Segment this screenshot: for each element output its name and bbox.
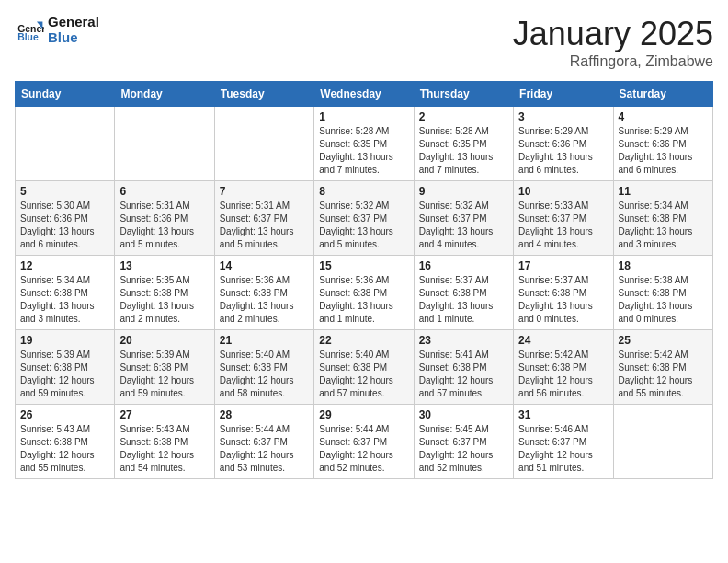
- day-info: Sunrise: 5:28 AM Sunset: 6:35 PM Dayligh…: [319, 125, 408, 177]
- page-header: General Blue General Blue January 2025 R…: [15, 15, 713, 70]
- calendar-week-5: 26Sunrise: 5:43 AM Sunset: 6:38 PM Dayli…: [16, 405, 713, 479]
- logo: General Blue General Blue: [15, 15, 99, 45]
- calendar-cell: 3Sunrise: 5:29 AM Sunset: 6:36 PM Daylig…: [514, 107, 613, 181]
- day-number: 16: [419, 259, 508, 272]
- day-number: 12: [20, 259, 109, 272]
- calendar-cell: 20Sunrise: 5:39 AM Sunset: 6:38 PM Dayli…: [115, 330, 214, 405]
- day-info: Sunrise: 5:43 AM Sunset: 6:38 PM Dayligh…: [119, 423, 209, 475]
- dow-header-monday: Monday: [115, 82, 214, 107]
- calendar-cell: [214, 107, 313, 181]
- day-number: 26: [20, 408, 109, 421]
- day-number: 23: [419, 334, 508, 347]
- day-info: Sunrise: 5:41 AM Sunset: 6:38 PM Dayligh…: [419, 349, 508, 400]
- day-number: 20: [119, 334, 209, 347]
- calendar-cell: 1Sunrise: 5:28 AM Sunset: 6:35 PM Daylig…: [314, 107, 414, 181]
- day-number: 4: [619, 110, 708, 123]
- day-info: Sunrise: 5:42 AM Sunset: 6:38 PM Dayligh…: [518, 349, 608, 400]
- day-number: 7: [220, 185, 309, 198]
- day-number: 2: [419, 110, 508, 123]
- calendar-week-3: 12Sunrise: 5:34 AM Sunset: 6:38 PM Dayli…: [16, 256, 713, 330]
- day-number: 27: [119, 408, 209, 421]
- day-info: Sunrise: 5:29 AM Sunset: 6:36 PM Dayligh…: [619, 125, 708, 177]
- calendar-cell: [115, 107, 214, 181]
- day-number: 9: [419, 185, 508, 198]
- calendar-cell: 24Sunrise: 5:42 AM Sunset: 6:38 PM Dayli…: [514, 330, 613, 405]
- calendar-cell: 25Sunrise: 5:42 AM Sunset: 6:38 PM Dayli…: [613, 330, 712, 405]
- calendar-cell: 4Sunrise: 5:29 AM Sunset: 6:36 PM Daylig…: [613, 107, 712, 181]
- day-info: Sunrise: 5:36 AM Sunset: 6:38 PM Dayligh…: [220, 274, 309, 326]
- calendar-week-4: 19Sunrise: 5:39 AM Sunset: 6:38 PM Dayli…: [16, 330, 713, 405]
- day-info: Sunrise: 5:32 AM Sunset: 6:37 PM Dayligh…: [319, 200, 408, 251]
- day-number: 31: [518, 408, 608, 421]
- calendar-cell: 18Sunrise: 5:38 AM Sunset: 6:38 PM Dayli…: [613, 256, 712, 330]
- day-number: 22: [319, 334, 408, 347]
- calendar-cell: 13Sunrise: 5:35 AM Sunset: 6:38 PM Dayli…: [115, 256, 214, 330]
- day-number: 6: [119, 185, 209, 198]
- day-info: Sunrise: 5:32 AM Sunset: 6:37 PM Dayligh…: [419, 200, 508, 251]
- calendar-week-1: 1Sunrise: 5:28 AM Sunset: 6:35 PM Daylig…: [16, 107, 713, 181]
- day-info: Sunrise: 5:28 AM Sunset: 6:35 PM Dayligh…: [419, 125, 508, 177]
- dow-header-thursday: Thursday: [414, 82, 513, 107]
- day-info: Sunrise: 5:44 AM Sunset: 6:37 PM Dayligh…: [220, 423, 309, 475]
- day-number: 19: [20, 334, 109, 347]
- day-number: 10: [518, 185, 608, 198]
- day-number: 24: [518, 334, 608, 347]
- day-number: 13: [119, 259, 209, 272]
- calendar-cell: 14Sunrise: 5:36 AM Sunset: 6:38 PM Dayli…: [214, 256, 313, 330]
- calendar-cell: 28Sunrise: 5:44 AM Sunset: 6:37 PM Dayli…: [214, 405, 313, 479]
- day-info: Sunrise: 5:36 AM Sunset: 6:38 PM Dayligh…: [319, 274, 408, 326]
- calendar-cell: 21Sunrise: 5:40 AM Sunset: 6:38 PM Dayli…: [214, 330, 313, 405]
- calendar-cell: 5Sunrise: 5:30 AM Sunset: 6:36 PM Daylig…: [16, 181, 115, 256]
- day-info: Sunrise: 5:43 AM Sunset: 6:38 PM Dayligh…: [20, 423, 109, 475]
- dow-header-sunday: Sunday: [16, 82, 115, 107]
- day-info: Sunrise: 5:31 AM Sunset: 6:37 PM Dayligh…: [220, 200, 309, 251]
- day-info: Sunrise: 5:40 AM Sunset: 6:38 PM Dayligh…: [319, 349, 408, 400]
- calendar-cell: 16Sunrise: 5:37 AM Sunset: 6:38 PM Dayli…: [414, 256, 513, 330]
- calendar-cell: 11Sunrise: 5:34 AM Sunset: 6:38 PM Dayli…: [613, 181, 712, 256]
- month-title: January 2025: [513, 15, 713, 53]
- day-number: 14: [220, 259, 309, 272]
- day-info: Sunrise: 5:46 AM Sunset: 6:37 PM Dayligh…: [518, 423, 608, 475]
- calendar-cell: 9Sunrise: 5:32 AM Sunset: 6:37 PM Daylig…: [414, 181, 513, 256]
- calendar-cell: 31Sunrise: 5:46 AM Sunset: 6:37 PM Dayli…: [514, 405, 613, 479]
- location: Raffingora, Zimbabwe: [513, 53, 713, 70]
- day-number: 8: [319, 185, 408, 198]
- svg-text:Blue: Blue: [17, 32, 39, 42]
- calendar-cell: 29Sunrise: 5:44 AM Sunset: 6:37 PM Dayli…: [314, 405, 414, 479]
- calendar-table: SundayMondayTuesdayWednesdayThursdayFrid…: [15, 81, 713, 479]
- day-number: 5: [20, 185, 109, 198]
- calendar-cell: 17Sunrise: 5:37 AM Sunset: 6:38 PM Dayli…: [514, 256, 613, 330]
- calendar-cell: 7Sunrise: 5:31 AM Sunset: 6:37 PM Daylig…: [214, 181, 313, 256]
- day-number: 11: [619, 185, 708, 198]
- day-number: 29: [319, 408, 408, 421]
- day-info: Sunrise: 5:34 AM Sunset: 6:38 PM Dayligh…: [20, 274, 109, 326]
- day-info: Sunrise: 5:29 AM Sunset: 6:36 PM Dayligh…: [518, 125, 608, 177]
- dow-header-tuesday: Tuesday: [214, 82, 313, 107]
- calendar-cell: 19Sunrise: 5:39 AM Sunset: 6:38 PM Dayli…: [16, 330, 115, 405]
- day-number: 28: [220, 408, 309, 421]
- day-number: 17: [518, 259, 608, 272]
- dow-header-saturday: Saturday: [613, 82, 712, 107]
- day-number: 21: [220, 334, 309, 347]
- dow-header-wednesday: Wednesday: [314, 82, 414, 107]
- calendar-cell: 10Sunrise: 5:33 AM Sunset: 6:37 PM Dayli…: [514, 181, 613, 256]
- day-info: Sunrise: 5:42 AM Sunset: 6:38 PM Dayligh…: [619, 349, 708, 400]
- calendar-cell: [613, 405, 712, 479]
- day-info: Sunrise: 5:30 AM Sunset: 6:36 PM Dayligh…: [20, 200, 109, 251]
- calendar-cell: 8Sunrise: 5:32 AM Sunset: 6:37 PM Daylig…: [314, 181, 414, 256]
- calendar-cell: 12Sunrise: 5:34 AM Sunset: 6:38 PM Dayli…: [16, 256, 115, 330]
- day-number: 15: [319, 259, 408, 272]
- calendar-week-2: 5Sunrise: 5:30 AM Sunset: 6:36 PM Daylig…: [16, 181, 713, 256]
- day-number: 3: [518, 110, 608, 123]
- logo-icon: General Blue: [15, 16, 44, 45]
- day-info: Sunrise: 5:34 AM Sunset: 6:38 PM Dayligh…: [619, 200, 708, 251]
- calendar-cell: 26Sunrise: 5:43 AM Sunset: 6:38 PM Dayli…: [16, 405, 115, 479]
- calendar-cell: 2Sunrise: 5:28 AM Sunset: 6:35 PM Daylig…: [414, 107, 513, 181]
- day-info: Sunrise: 5:39 AM Sunset: 6:38 PM Dayligh…: [20, 349, 109, 400]
- calendar-cell: [16, 107, 115, 181]
- day-info: Sunrise: 5:33 AM Sunset: 6:37 PM Dayligh…: [518, 200, 608, 251]
- calendar-cell: 23Sunrise: 5:41 AM Sunset: 6:38 PM Dayli…: [414, 330, 513, 405]
- day-info: Sunrise: 5:35 AM Sunset: 6:38 PM Dayligh…: [119, 274, 209, 326]
- dow-header-friday: Friday: [514, 82, 613, 107]
- day-info: Sunrise: 5:37 AM Sunset: 6:38 PM Dayligh…: [518, 274, 608, 326]
